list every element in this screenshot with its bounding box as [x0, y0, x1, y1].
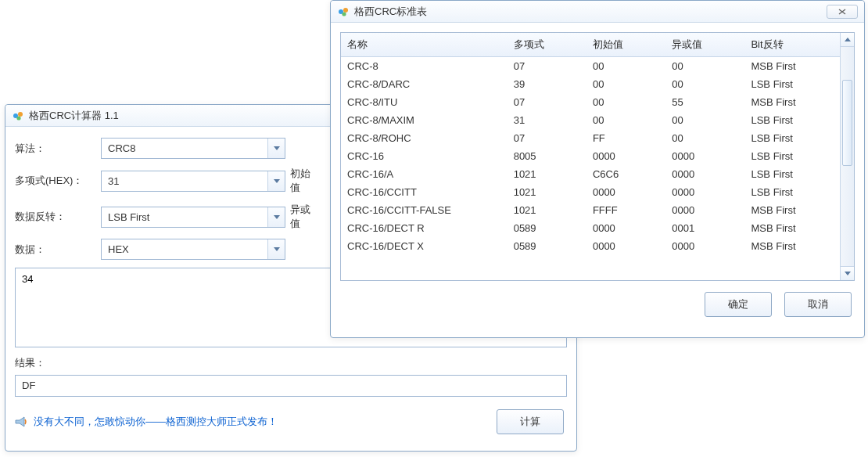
label-data-format: 数据：: [15, 243, 101, 257]
result-output[interactable]: DF: [15, 375, 567, 397]
label-polynomial: 多项式(HEX)：: [15, 174, 101, 188]
cell-init: FF: [586, 129, 665, 147]
cell-init: FFFF: [586, 201, 665, 219]
cell-xor: 0000: [665, 237, 744, 255]
cell-name: CRC-16: [341, 147, 508, 165]
svg-marker-3: [16, 417, 24, 426]
megaphone-icon: [15, 416, 29, 427]
scroll-up-icon[interactable]: [841, 33, 854, 47]
cell-init: 00: [586, 57, 665, 76]
cell-poly: 0589: [508, 237, 586, 255]
cell-reflect: MSB First: [744, 201, 840, 219]
algorithm-select[interactable]: CRC8: [101, 138, 285, 159]
data-reflect-select[interactable]: LSB First: [101, 207, 285, 228]
label-algorithm: 算法：: [15, 142, 101, 156]
table-row[interactable]: CRC-8070000MSB First: [341, 57, 840, 76]
table-title: 格西CRC标准表: [354, 1, 427, 23]
cell-poly: 39: [508, 75, 586, 93]
table-row[interactable]: CRC-16/CCITT102100000000LSB First: [341, 183, 840, 201]
table-row[interactable]: CRC-16/A1021C6C60000LSB First: [341, 165, 840, 183]
cell-name: CRC-8/ITU: [341, 93, 508, 111]
scroll-down-icon[interactable]: [841, 266, 854, 280]
table-row[interactable]: CRC-8/ITU070055MSB First: [341, 93, 840, 111]
col-header-init[interactable]: 初始值: [586, 33, 665, 57]
cell-xor: 00: [665, 57, 744, 76]
cell-xor: 00: [665, 111, 744, 129]
cell-xor: 0000: [665, 201, 744, 219]
col-header-reflect[interactable]: Bit反转: [744, 33, 840, 57]
svg-point-2: [16, 116, 20, 120]
cell-init: 0000: [586, 183, 665, 201]
table-row[interactable]: CRC-16/DECT R058900000001MSB First: [341, 219, 840, 237]
cell-name: CRC-8/MAXIM: [341, 111, 508, 129]
cell-poly: 07: [508, 57, 586, 76]
cell-reflect: LSB First: [744, 129, 840, 147]
table-row[interactable]: CRC-8/ROHC07FF00LSB First: [341, 129, 840, 147]
chevron-down-icon: [267, 171, 285, 191]
table-row[interactable]: CRC-16/DECT X058900000000MSB First: [341, 237, 840, 255]
chevron-down-icon: [267, 207, 285, 227]
data-format-select[interactable]: HEX: [101, 239, 285, 260]
label-data-reflect: 数据反转：: [15, 210, 101, 224]
cell-poly: 07: [508, 93, 586, 111]
cell-poly: 1021: [508, 183, 586, 201]
cell-xor: 55: [665, 93, 744, 111]
cell-name: CRC-16/CCITT: [341, 183, 508, 201]
cell-poly: 31: [508, 111, 586, 129]
cell-name: CRC-8/ROHC: [341, 129, 508, 147]
cell-reflect: MSB First: [744, 219, 840, 237]
data-format-value: HEX: [108, 243, 129, 255]
cell-name: CRC-16/A: [341, 165, 508, 183]
cell-init: 00: [586, 75, 665, 93]
cell-reflect: LSB First: [744, 75, 840, 93]
scrollbar-thumb[interactable]: [842, 80, 852, 166]
cell-xor: 00: [665, 75, 744, 93]
cell-xor: 0000: [665, 165, 744, 183]
cell-reflect: LSB First: [744, 183, 840, 201]
svg-point-5: [343, 8, 348, 13]
col-header-xor[interactable]: 异或值: [665, 33, 744, 57]
table-row[interactable]: CRC-8/DARC390000LSB First: [341, 75, 840, 93]
cell-init: 00: [586, 93, 665, 111]
svg-point-1: [18, 112, 23, 117]
cell-name: CRC-8/DARC: [341, 75, 508, 93]
cell-reflect: MSB First: [744, 57, 840, 76]
crc-table[interactable]: 名称 多项式 初始值 异或值 Bit反转 CRC-8070000MSB Firs…: [341, 33, 840, 280]
table-row[interactable]: CRC-16800500000000LSB First: [341, 147, 840, 165]
polynomial-value: 31: [108, 175, 119, 187]
cell-init: C6C6: [586, 165, 665, 183]
cell-xor: 00: [665, 129, 744, 147]
cell-reflect: LSB First: [744, 111, 840, 129]
svg-point-6: [342, 12, 346, 16]
cell-reflect: LSB First: [744, 165, 840, 183]
table-titlebar[interactable]: 格西CRC标准表: [331, 1, 864, 23]
app-icon: [337, 5, 350, 18]
cell-reflect: MSB First: [744, 237, 840, 255]
polynomial-input[interactable]: 31: [101, 171, 285, 192]
cell-xor: 0000: [665, 147, 744, 165]
cell-init: 0000: [586, 219, 665, 237]
cell-name: CRC-8: [341, 57, 508, 76]
close-button[interactable]: [827, 5, 858, 19]
cancel-button[interactable]: 取消: [784, 292, 852, 317]
calculate-button[interactable]: 计算: [497, 409, 564, 434]
col-header-poly[interactable]: 多项式: [508, 33, 586, 57]
chevron-down-icon: [267, 139, 285, 158]
cell-name: CRC-16/CCITT-FALSE: [341, 201, 508, 219]
vertical-scrollbar[interactable]: [840, 33, 854, 280]
cell-poly: 0589: [508, 219, 586, 237]
col-header-name[interactable]: 名称: [341, 33, 508, 57]
table-row[interactable]: CRC-16/CCITT-FALSE1021FFFF0000MSB First: [341, 201, 840, 219]
table-row[interactable]: CRC-8/MAXIM310000LSB First: [341, 111, 840, 129]
cell-name: CRC-16/DECT X: [341, 237, 508, 255]
promo-link[interactable]: 没有大不同，怎敢惊动你——格西测控大师正式发布！: [34, 415, 278, 429]
app-icon: [12, 110, 24, 122]
crc-table-window: 格西CRC标准表 名称 多项式 初始值: [330, 0, 865, 338]
cell-xor: 0001: [665, 219, 744, 237]
cell-name: CRC-16/DECT R: [341, 219, 508, 237]
ok-button[interactable]: 确定: [705, 292, 772, 317]
data-reflect-value: LSB First: [108, 211, 149, 223]
label-result: 结果：: [15, 356, 567, 370]
label-init-value: 初始值: [285, 167, 320, 195]
table-header-row: 名称 多项式 初始值 异或值 Bit反转: [341, 33, 840, 57]
